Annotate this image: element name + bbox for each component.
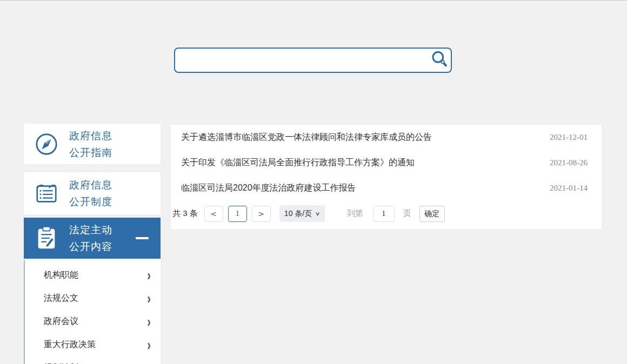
pagination-bar: 共 3 条 < 1 > 10 条/页 ∨ 到第 页 确定 xyxy=(171,201,602,226)
goto-suffix-label: 页 xyxy=(403,208,411,219)
page-size-select[interactable]: 10 条/页 ∨ xyxy=(279,205,325,222)
submenu-item-label: 机构职能 xyxy=(44,269,78,281)
chevron-right-icon: › xyxy=(147,314,151,329)
next-page-button[interactable]: > xyxy=(252,206,271,222)
sidebar-item-label: 法定主动 xyxy=(69,221,112,238)
submenu-item-label: 重大行政决策 xyxy=(44,339,96,350)
submenu-item-label: 政府会议 xyxy=(44,316,78,327)
sidebar-item-gov-info-guide[interactable]: 政府信息 公开指南 xyxy=(24,124,161,164)
article-date: 2021-01-14 xyxy=(550,184,588,193)
sidebar-item-label: 政府信息 xyxy=(69,127,112,144)
chevron-right-icon: › xyxy=(147,268,151,282)
chevron-right-icon: › xyxy=(147,291,151,306)
chevron-right-icon: › xyxy=(147,338,151,352)
sidebar-submenu: 机构职能 › 法规公文 › 政府会议 › 重大行政决策 › 规划计划 › xyxy=(24,260,161,364)
search-button[interactable] xyxy=(427,49,451,72)
list-item[interactable]: 临淄区司法局2020年度法治政府建设工作报告 2021-01-14 xyxy=(171,176,602,201)
chevron-right-icon: › xyxy=(147,361,151,364)
prev-page-button[interactable]: < xyxy=(204,206,223,222)
collapse-minus-icon xyxy=(136,237,149,239)
list-item[interactable]: 关于印发《临淄区司法局全面推行行政指导工作方案》的通知 2021-08-26 xyxy=(171,150,602,176)
submenu-item-agency-functions[interactable]: 机构职能 › xyxy=(25,264,161,287)
submenu-item-major-decisions[interactable]: 重大行政决策 › xyxy=(25,333,161,356)
search-box xyxy=(174,48,452,73)
goto-prefix-label: 到第 xyxy=(347,208,363,219)
list-item[interactable]: 关于遴选淄博市临淄区党政一体法律顾问和法律专家库成员的公告 2021-12-01 xyxy=(171,125,602,150)
page-number-button[interactable]: 1 xyxy=(228,206,247,222)
compass-icon xyxy=(24,132,69,157)
article-link[interactable]: 临淄区司法局2020年度法治政府建设工作报告 xyxy=(181,183,356,194)
sidebar-item-label: 公开内容 xyxy=(69,238,112,255)
chevron-down-icon: ∨ xyxy=(315,211,321,217)
sidebar-item-gov-info-system[interactable]: 政府信息 公开制度 xyxy=(24,172,161,214)
sidebar-item-statutory-disclosure[interactable]: 法定主动 公开内容 xyxy=(24,218,161,259)
submenu-item-label: 法规公文 xyxy=(44,293,78,304)
total-count-label: 共 3 条 xyxy=(172,208,198,219)
submenu-item-gov-meetings[interactable]: 政府会议 › xyxy=(25,310,161,333)
article-list-panel: 关于遴选淄博市临淄区党政一体法律顾问和法律专家库成员的公告 2021-12-01… xyxy=(171,125,602,229)
document-icon xyxy=(24,181,69,206)
magnifier-icon xyxy=(430,50,448,70)
article-link[interactable]: 关于印发《临淄区司法局全面推行行政指导工作方案》的通知 xyxy=(181,157,415,168)
clipboard-icon xyxy=(24,225,69,251)
sidebar-item-label: 公开指南 xyxy=(69,144,112,161)
confirm-button[interactable]: 确定 xyxy=(419,206,445,222)
submenu-item-plans[interactable]: 规划计划 › xyxy=(25,356,161,364)
article-date: 2021-12-01 xyxy=(550,133,588,142)
goto-page-input[interactable] xyxy=(373,206,395,222)
submenu-item-regulations[interactable]: 法规公文 › xyxy=(25,287,161,310)
sidebar-item-label: 政府信息 xyxy=(69,177,112,193)
article-date: 2021-08-26 xyxy=(550,158,588,167)
sidebar-item-label: 公开制度 xyxy=(69,193,112,210)
search-input[interactable] xyxy=(175,49,427,72)
article-link[interactable]: 关于遴选淄博市临淄区党政一体法律顾问和法律专家库成员的公告 xyxy=(181,132,432,143)
page-size-value: 10 条/页 xyxy=(284,209,312,219)
